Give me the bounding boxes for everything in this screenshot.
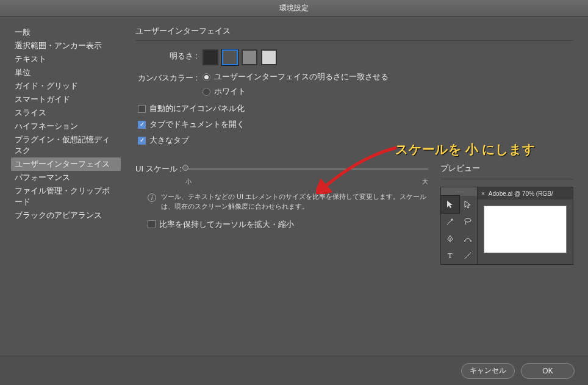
radio-label: ホワイト <box>214 86 246 97</box>
sidebar-item[interactable]: スマートガイド <box>11 93 121 106</box>
brightness-label: 明るさ : <box>135 49 203 63</box>
scale-min-label: 小 <box>185 178 192 186</box>
option-checkbox[interactable]: タブでドキュメントを開く <box>138 119 573 130</box>
ui-scale-label: UI スケール : <box>135 164 182 175</box>
preview-panel-grip: ⋯⋯ <box>441 187 477 196</box>
info-icon: i <box>148 193 156 202</box>
info-text: ツール、テキストなどの UI エレメントのサイズを比率を保持して変更します。スケ… <box>161 192 428 212</box>
preview-title: プレビュー <box>440 163 573 174</box>
cursor-scale-label: 比率を保持してカーソルを拡大・縮小 <box>159 219 294 230</box>
lasso-tool-icon <box>459 213 478 230</box>
section-title: ユーザーインターフェイス <box>135 26 573 37</box>
scale-max-label: 大 <box>422 178 428 186</box>
sidebar-item[interactable]: テキスト <box>11 52 121 66</box>
svg-point-2 <box>470 240 471 242</box>
brightness-swatch[interactable] <box>222 49 238 65</box>
option-checkbox[interactable]: 大きなタブ <box>138 135 573 146</box>
main-panel: ユーザーインターフェイス 明るさ : カンバスカラー : ユーザーインターフェイ… <box>121 17 588 356</box>
svg-line-3 <box>465 253 471 259</box>
sidebar-item[interactable]: パフォーマンス <box>11 171 121 184</box>
sidebar-item[interactable]: ハイフネーション <box>11 120 121 133</box>
canvas-color-radio[interactable]: ホワイト <box>203 86 389 97</box>
brightness-swatch[interactable] <box>242 49 257 65</box>
sidebar-item[interactable]: 単位 <box>11 66 121 79</box>
sidebar-item[interactable]: 一般 <box>11 26 121 39</box>
checkbox-label: 自動的にアイコンパネル化 <box>149 103 245 114</box>
brightness-swatch[interactable] <box>261 49 277 65</box>
selection-tool-icon <box>441 196 459 213</box>
curvature-tool-icon <box>459 230 478 247</box>
ui-scale-slider[interactable] <box>185 163 428 175</box>
direct-selection-tool-icon <box>459 196 478 213</box>
preview-doc-tab: × Adobe.ai @ 70% (RGB/ <box>478 187 573 200</box>
cancel-button[interactable]: キャンセル <box>461 363 515 379</box>
cursor-scale-checkbox[interactable]: 比率を保持してカーソルを拡大・縮小 <box>148 219 428 230</box>
checkbox-label: タブでドキュメントを開く <box>149 119 245 130</box>
preview-box: ⋯⋯ T × <box>440 187 573 265</box>
brightness-swatch[interactable] <box>203 49 218 65</box>
svg-point-1 <box>464 240 465 242</box>
window-title: 環境設定 <box>279 3 309 13</box>
preview-tool-panel: ⋯⋯ T <box>441 187 478 264</box>
sidebar-item[interactable]: ガイド・グリッド <box>11 79 121 93</box>
wand-tool-icon <box>441 213 459 230</box>
window-titlebar: 環境設定 <box>0 0 588 17</box>
type-tool-icon: T <box>441 247 459 264</box>
sidebar-item[interactable]: ユーザーインターフェイス <box>11 157 121 171</box>
sidebar: 一般選択範囲・アンカー表示テキスト単位ガイド・グリッドスマートガイドスライスハイ… <box>0 17 121 356</box>
option-checkbox[interactable]: 自動的にアイコンパネル化 <box>138 103 573 114</box>
radio-label: ユーザーインターフェイスの明るさに一致させる <box>214 71 389 82</box>
canvas-color-radio[interactable]: ユーザーインターフェイスの明るさに一致させる <box>203 71 389 82</box>
pen-tool-icon <box>441 230 459 247</box>
checkbox-label: 大きなタブ <box>149 135 189 146</box>
sidebar-item[interactable]: 選択範囲・アンカー表示 <box>11 39 121 52</box>
sidebar-item[interactable]: スライス <box>11 106 121 120</box>
sidebar-item[interactable]: ファイル管理・クリップボード <box>11 184 121 209</box>
dialog-footer: キャンセル OK <box>0 356 588 385</box>
ui-scale-thumb[interactable] <box>182 165 188 171</box>
canvas-color-label: カンバスカラー : <box>135 71 203 85</box>
sidebar-item[interactable]: プラグイン・仮想記憶ディスク <box>11 133 121 157</box>
ok-button[interactable]: OK <box>521 363 575 379</box>
preview-doc-tab-label: Adobe.ai @ 70% (RGB/ <box>489 190 553 197</box>
line-tool-icon <box>459 247 478 264</box>
preview-divider <box>440 179 573 179</box>
sidebar-item[interactable]: ブラックのアピアランス <box>11 209 121 222</box>
section-divider <box>135 40 573 41</box>
close-icon: × <box>481 190 485 197</box>
preview-canvas <box>484 206 567 253</box>
